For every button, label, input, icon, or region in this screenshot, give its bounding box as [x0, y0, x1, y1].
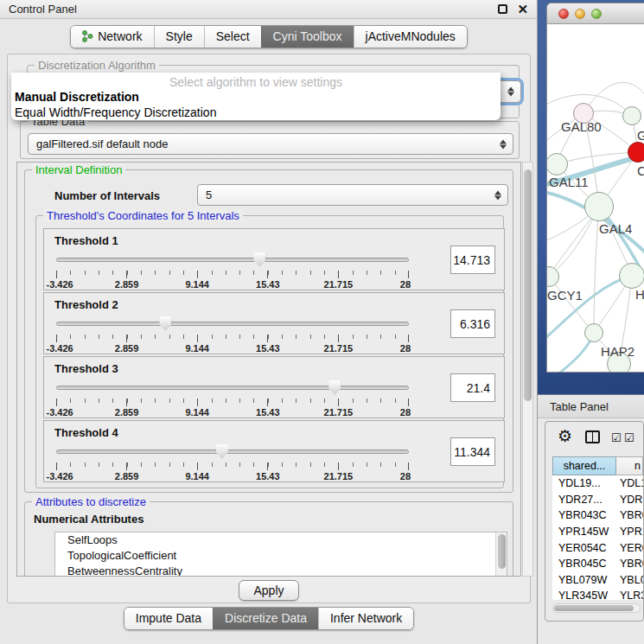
scrollbar-thumb[interactable]: [524, 169, 532, 401]
list-item[interactable]: SelfLoops: [55, 532, 507, 548]
list-item[interactable]: TopologicalCoefficient: [55, 548, 507, 564]
network-node[interactable]: [622, 106, 641, 125]
chevron-up-down-icon: [507, 87, 514, 97]
threshold-1-row: Threshold 1 -3.4262.8599.14415.4321.7152…: [43, 228, 505, 290]
column-header-name[interactable]: n: [616, 456, 643, 475]
number-of-intervals-value: 5: [206, 188, 212, 201]
algorithm-dropdown-popup: Select algorithm to view settings Manual…: [11, 73, 501, 120]
menu-item-manual-discretization[interactable]: Manual Discretization: [11, 89, 501, 105]
checkbox-icon[interactable]: ☑: [624, 431, 634, 444]
table-row[interactable]: YER054CYER0: [552, 539, 643, 556]
chevron-up-down-icon: [500, 139, 507, 149]
group-title: Attributes to discretize: [32, 495, 150, 508]
tab-network[interactable]: Network: [71, 26, 153, 48]
table-row[interactable]: YDR27...YDR2: [552, 492, 643, 508]
threshold-2-row: Threshold 2 -3.4262.8599.14415.4321.7152…: [43, 292, 505, 354]
threshold-3-value-field[interactable]: 21.4: [450, 373, 495, 402]
mac-minimize-button[interactable]: [575, 9, 585, 19]
slider-thumb[interactable]: [216, 444, 228, 459]
network-window-titlebar: [547, 3, 644, 24]
table-row[interactable]: YBL079WYBL0: [552, 572, 643, 589]
table-row[interactable]: YLR345WYLR3: [552, 588, 643, 600]
node-label: GAL4: [599, 221, 632, 236]
network-canvas[interactable]: GAL80 G C GAL11 GAL4 GCY1 H HAP2: [547, 24, 644, 373]
network-node[interactable]: [584, 192, 614, 221]
node-label: HAP2: [601, 344, 634, 359]
interval-definition-group: Interval Definition Number of Intervals …: [24, 169, 513, 493]
table-row[interactable]: YBR043CYBR0: [552, 507, 643, 524]
threshold-3-slider[interactable]: -3.4262.8599.14415.4321.71528: [56, 380, 409, 417]
attributes-group: Attributes to discretize Numerical Attri…: [24, 501, 513, 577]
scrollbar-thumb[interactable]: [498, 534, 506, 569]
threshold-2-value-field[interactable]: 6.316: [450, 309, 495, 338]
node-label: G: [637, 128, 644, 143]
table-data-value: galFiltered.sif default node: [36, 137, 168, 150]
mac-zoom-button[interactable]: [591, 9, 602, 19]
tab-jactivemnodules[interactable]: jActiveMNodules: [354, 26, 467, 48]
node-table: shared... n YDL19...YDL1 YDR27...YDR2 YB…: [552, 456, 643, 600]
table-row[interactable]: YDL19...YDL1: [552, 475, 643, 492]
tab-label: Network: [98, 29, 142, 43]
number-of-intervals-combobox[interactable]: 5: [197, 184, 508, 206]
menu-item-equal-width-frequency[interactable]: Equal Width/Frequency Discretization: [11, 105, 501, 120]
network-node[interactable]: [619, 263, 644, 289]
list-item[interactable]: BetweennessCentrality: [55, 564, 507, 577]
table-row[interactable]: YPR145WYPR1: [552, 524, 643, 540]
group-title: Interval Definition: [32, 163, 125, 176]
slider-track[interactable]: [56, 258, 409, 262]
table-data-combobox[interactable]: galFiltered.sif default node: [28, 133, 513, 155]
threshold-4-row: Threshold 4 -3.4262.8599.14415.4321.7152…: [43, 420, 505, 482]
slider-track[interactable]: [56, 386, 409, 390]
tab-impute-data[interactable]: Impute Data: [124, 608, 213, 629]
table-horizontal-scrollbar[interactable]: [552, 603, 641, 613]
table-toolbar: ⚙ ☑ ☑: [545, 422, 643, 455]
numerical-attributes-list: SelfLoops TopologicalCoefficient Between…: [54, 532, 507, 577]
apply-button[interactable]: Apply: [239, 580, 299, 601]
table-row[interactable]: YBR045CYBR0: [552, 556, 643, 572]
threshold-label: Threshold 1: [54, 234, 118, 247]
control-panel-window: Control Panel ✕ Network Style Select Cyn…: [0, 0, 538, 644]
network-node[interactable]: [584, 323, 603, 342]
node-label: GAL11: [549, 175, 589, 189]
threshold-4-slider[interactable]: -3.4262.8599.14415.4321.71528: [56, 444, 409, 481]
network-node[interactable]: [628, 142, 644, 163]
table-panel-title: Table Panel: [550, 395, 609, 418]
threshold-coordinates-group: Threshold's Coordinates for 5 Intervals …: [35, 215, 504, 488]
group-title: Discretization Algorithm: [35, 59, 159, 72]
slider-thumb[interactable]: [159, 316, 171, 331]
dropdown-hint: Select algorithm to view settings: [11, 73, 501, 89]
close-icon[interactable]: ✕: [517, 1, 528, 18]
number-of-intervals-label: Number of Intervals: [54, 189, 160, 202]
slider-thumb[interactable]: [253, 252, 265, 267]
group-title: Threshold's Coordinates for 5 Intervals: [43, 209, 243, 222]
slider-track[interactable]: [56, 450, 409, 454]
threshold-1-value-field[interactable]: 14.713: [450, 245, 495, 274]
tab-cyni-toolbox[interactable]: Cyni Toolbox: [261, 26, 354, 48]
checkbox-icon[interactable]: ☑: [611, 431, 622, 444]
threshold-label: Threshold 2: [54, 298, 118, 311]
node-label: C: [637, 163, 644, 178]
list-scrollbar[interactable]: [495, 532, 507, 577]
split-panel-icon[interactable]: [585, 430, 600, 443]
gear-icon[interactable]: ⚙: [558, 426, 572, 446]
window-title: Control Panel: [9, 0, 77, 19]
settings-scrollbar[interactable]: [522, 162, 533, 577]
tab-discretize-data[interactable]: Discretize Data: [213, 608, 318, 629]
column-header-shared[interactable]: shared...: [552, 456, 616, 475]
slider-thumb[interactable]: [328, 380, 341, 395]
control-panel-titlebar: Control Panel ✕: [0, 0, 537, 19]
scrollbar-thumb[interactable]: [554, 605, 634, 611]
threshold-2-slider[interactable]: -3.4262.8599.14415.4321.71528: [56, 316, 409, 353]
right-desktop-region: GAL80 G C GAL11 GAL4 GCY1 H HAP2 Table P…: [538, 0, 644, 644]
slider-track[interactable]: [56, 322, 409, 326]
table-panel-titlebar: Table Panel: [538, 394, 644, 418]
cyni-toolbox-panel: Discretization Algorithm Select algorith…: [7, 54, 531, 603]
threshold-1-slider[interactable]: -3.4262.8599.14415.4321.71528: [56, 252, 409, 289]
mac-close-button[interactable]: [558, 9, 569, 19]
bottom-tab-bar: Impute Data Discretize Data Infer Networ…: [0, 607, 538, 630]
tab-select[interactable]: Select: [204, 26, 261, 48]
tab-infer-network[interactable]: Infer Network: [318, 608, 413, 629]
tab-style[interactable]: Style: [154, 26, 204, 48]
threshold-4-value-field[interactable]: 11.344: [450, 437, 495, 466]
float-icon[interactable]: [498, 4, 507, 14]
